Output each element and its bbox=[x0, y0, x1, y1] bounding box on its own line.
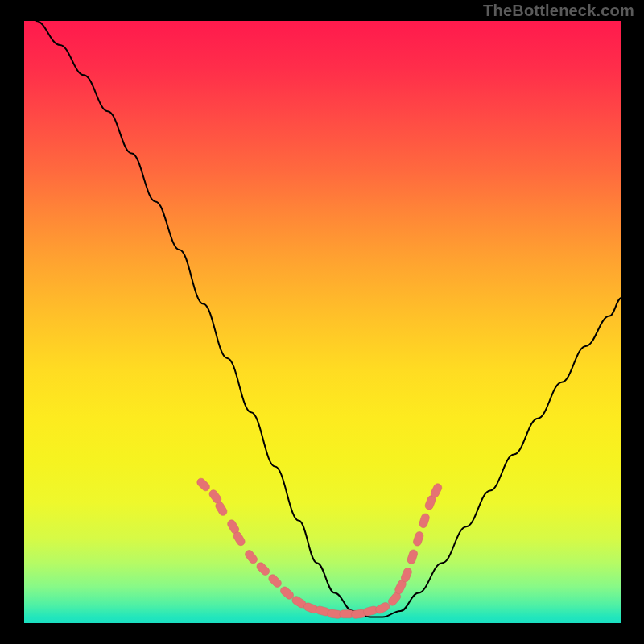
data-marker bbox=[267, 573, 283, 589]
data-marker bbox=[255, 561, 271, 577]
data-marker bbox=[196, 477, 212, 493]
watermark-text: TheBottleneck.com bbox=[483, 2, 634, 20]
data-marker bbox=[419, 513, 431, 529]
data-marker bbox=[243, 549, 258, 565]
data-marker bbox=[412, 530, 424, 547]
data-marker bbox=[407, 549, 419, 565]
chart-container: TheBottleneck.com bbox=[0, 0, 644, 644]
curve-svg bbox=[24, 21, 621, 623]
plot-area bbox=[24, 21, 621, 623]
marker-group bbox=[196, 477, 444, 619]
main-curve bbox=[36, 21, 621, 617]
